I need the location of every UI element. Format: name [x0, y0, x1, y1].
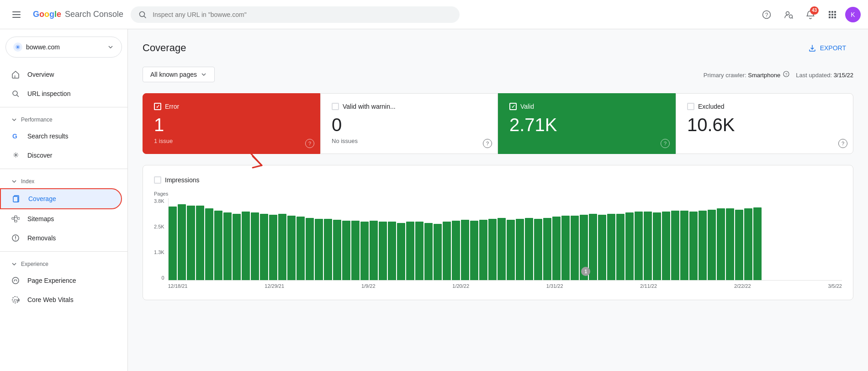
- menu-button[interactable]: [7, 5, 26, 24]
- help-button[interactable]: ?: [757, 5, 776, 24]
- bar: [370, 221, 378, 280]
- nav-divider-3: [0, 251, 127, 252]
- chevron-down-icon: [11, 261, 17, 267]
- top-actions: ? 43: [757, 5, 861, 24]
- valid-card: Valid 2.71K ?: [498, 93, 676, 154]
- bar: [379, 222, 387, 280]
- search-input[interactable]: [153, 11, 452, 18]
- filter-select[interactable]: All known pages: [143, 67, 215, 82]
- excluded-card: Excluded 10.6K ?: [676, 93, 853, 154]
- error-help-button[interactable]: ?: [305, 139, 314, 148]
- x-axis-labels: 12/18/21 12/29/21 1/9/22 1/20/22 1/31/22…: [168, 283, 842, 289]
- y-axis-title: Pages: [154, 191, 842, 196]
- y-label-2: 2.5K: [154, 224, 164, 229]
- nav-divider-1: [0, 107, 127, 107]
- bar: [406, 222, 414, 280]
- bar: [534, 219, 542, 280]
- sidebar-item-coverage[interactable]: Coverage: [0, 188, 122, 209]
- sidebar-search-results-label: Search results: [27, 132, 68, 140]
- card-header-valid-warning: Valid with warnin...: [332, 103, 487, 110]
- svg-point-42: [14, 280, 15, 281]
- section-index[interactable]: Index: [0, 173, 127, 188]
- sidebar-item-discover[interactable]: ✳ Discover: [0, 146, 122, 165]
- asterisk-icon: ✳: [11, 151, 20, 159]
- section-experience[interactable]: Experience: [0, 255, 127, 271]
- crawler-help-button[interactable]: ?: [783, 71, 789, 78]
- crawler-info: Primary crawler: Smartphone ? Last updat…: [704, 71, 853, 79]
- svg-point-20: [17, 46, 19, 48]
- bar: [360, 222, 369, 280]
- svg-rect-18: [834, 16, 836, 18]
- bar: [187, 206, 195, 280]
- x-label-2: 1/9/22: [361, 283, 376, 289]
- valid-warning-sub: No issues: [332, 138, 487, 144]
- valid-warning-help-button[interactable]: ?: [483, 139, 492, 148]
- bar: [461, 220, 469, 280]
- valid-warning-checkbox[interactable]: [332, 103, 339, 110]
- valid-value: 2.71K: [509, 114, 664, 136]
- bar: [735, 210, 743, 280]
- chart-section: Impressions Pages 3.8K 2.5K 1.3K 0: [143, 165, 853, 300]
- coverage-icon: [12, 195, 21, 203]
- sidebar-item-removals[interactable]: Removals: [0, 228, 122, 248]
- svg-rect-11: [831, 11, 833, 13]
- search-bar[interactable]: [131, 6, 460, 23]
- bar: [525, 218, 533, 280]
- svg-point-7: [786, 11, 789, 15]
- sidebar-item-search-results[interactable]: G Search results: [0, 127, 122, 146]
- svg-rect-15: [834, 14, 836, 16]
- bar: [278, 214, 286, 280]
- bar: [662, 212, 670, 280]
- bar: [644, 212, 652, 280]
- bar: [726, 208, 734, 280]
- chart-area: Pages 3.8K 2.5K 1.3K 0: [154, 191, 842, 289]
- valid-checkbox[interactable]: [509, 103, 517, 110]
- layout: bowwe.com Overview URL inspection: [0, 29, 868, 371]
- account-search-button[interactable]: [779, 5, 798, 24]
- sidebar-item-url-inspection[interactable]: URL inspection: [0, 84, 122, 103]
- logo-text: Search Console: [65, 10, 123, 19]
- export-button[interactable]: EXPORT: [801, 40, 853, 56]
- impressions-checkbox[interactable]: [154, 176, 161, 184]
- excluded-label: Excluded: [698, 103, 725, 110]
- valid-warning-card: Valid with warnin... 0 No issues ?: [320, 93, 498, 154]
- svg-point-3: [140, 11, 145, 16]
- error-card: Error 1 1 issue ?: [143, 93, 320, 154]
- excluded-help-button[interactable]: ?: [838, 139, 847, 148]
- bar: [415, 222, 423, 280]
- bar: [351, 221, 360, 280]
- property-selector[interactable]: bowwe.com: [5, 37, 122, 58]
- avatar[interactable]: K: [845, 7, 861, 22]
- svg-line-23: [17, 95, 19, 97]
- filter-row: All known pages Primary crawler: Smartph…: [143, 67, 853, 82]
- property-icon: [13, 42, 22, 52]
- svg-line-4: [144, 16, 146, 18]
- bar: [315, 219, 323, 280]
- bar: [744, 208, 752, 280]
- sidebar-url-inspection-label: URL inspection: [27, 90, 70, 97]
- section-performance[interactable]: Performance: [0, 111, 127, 127]
- svg-text:✳: ✳: [13, 151, 19, 159]
- bar: [498, 218, 506, 280]
- svg-rect-34: [17, 217, 20, 219]
- bar: [388, 222, 396, 280]
- circle-marker: 1: [581, 267, 590, 276]
- filter-label: All known pages: [150, 71, 197, 78]
- excluded-checkbox[interactable]: [687, 103, 694, 110]
- bar: [397, 223, 405, 280]
- apps-button[interactable]: [823, 5, 842, 24]
- svg-rect-10: [829, 11, 831, 13]
- valid-help-button[interactable]: ?: [661, 139, 670, 148]
- card-header-excluded: Excluded: [687, 103, 842, 110]
- svg-rect-32: [15, 216, 17, 217]
- error-sub: 1 issue: [154, 138, 309, 144]
- error-checkbox[interactable]: [154, 103, 161, 110]
- sidebar-item-sitemaps[interactable]: Sitemaps: [0, 209, 122, 228]
- sidebar-item-overview[interactable]: Overview: [0, 65, 122, 84]
- svg-line-35: [14, 217, 15, 218]
- sidebar-item-core-web-vitals[interactable]: CW Core Web Vitals: [0, 290, 122, 309]
- valid-warning-label: Valid with warnin...: [343, 103, 396, 110]
- sidebar-item-page-experience[interactable]: Page Experience: [0, 271, 122, 290]
- bar: [507, 220, 515, 280]
- bar: [671, 211, 679, 280]
